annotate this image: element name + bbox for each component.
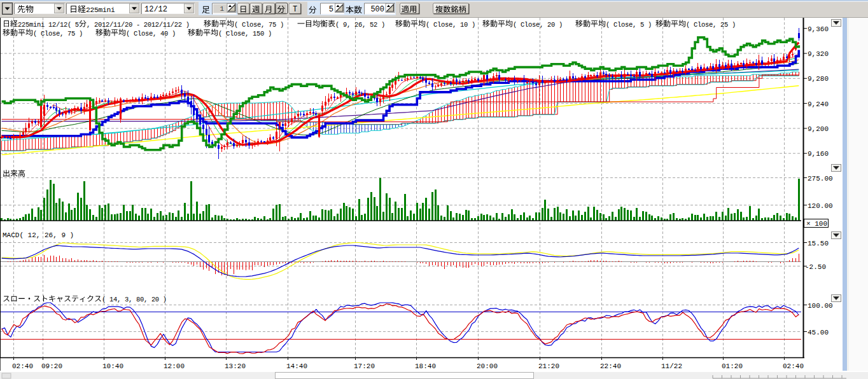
svg-text:( 14, 3, 80, 20 ): ( 14, 3, 80, 20 ) (102, 296, 167, 303)
svg-text:11/22: 11/22 (661, 362, 682, 370)
svg-text:1: 1 (220, 5, 224, 13)
svg-text:275.00: 275.00 (808, 175, 833, 183)
svg-text:45.00: 45.00 (808, 329, 829, 336)
svg-text:× 100: × 100 (806, 220, 827, 228)
svg-text:( Close, 150 ): ( Close, 150 ) (218, 30, 272, 38)
svg-text:17:20: 17:20 (354, 362, 375, 370)
svg-text:( Close, 75 ): ( Close, 75 ) (33, 30, 83, 38)
svg-text:9,280: 9,280 (808, 75, 829, 83)
svg-text:( Close, 25 ): ( Close, 25 ) (686, 21, 736, 29)
svg-text:22:40: 22:40 (600, 362, 621, 370)
svg-text:225mini: 225mini (86, 6, 115, 14)
svg-text:02:40: 02:40 (783, 362, 804, 370)
svg-text:T: T (293, 5, 297, 14)
svg-text:21:20: 21:20 (538, 362, 559, 370)
svg-text:( 9, 26, 52 ): ( 9, 26, 52 ) (335, 21, 385, 29)
svg-text:12:00: 12:00 (164, 362, 185, 370)
svg-text:09:20: 09:20 (41, 362, 62, 370)
svg-text:12/12: 12/12 (144, 5, 167, 14)
svg-text:01:20: 01:20 (722, 362, 743, 370)
svg-text:( Close, 75 ): ( Close, 75 ) (234, 21, 284, 29)
svg-text:500: 500 (370, 5, 384, 14)
svg-text:( Close, 20 ): ( Close, 20 ) (513, 21, 563, 29)
svg-text:9,160: 9,160 (808, 150, 829, 158)
svg-text:100.00: 100.00 (808, 302, 833, 310)
svg-text:9,320: 9,320 (808, 50, 829, 58)
svg-text:9,360: 9,360 (808, 25, 829, 33)
svg-text:10:40: 10:40 (102, 362, 123, 370)
svg-text:( Close, 10 ): ( Close, 10 ) (426, 21, 475, 29)
svg-text:120.00: 120.00 (808, 202, 833, 210)
svg-text:9,240: 9,240 (808, 100, 829, 108)
svg-text:225mini 12/12( 5: 225mini 12/12( 5 (18, 21, 79, 29)
svg-text:, 2012/11/20 - 2012/11/22 ): , 2012/11/20 - 2012/11/22 ) (87, 21, 190, 29)
svg-text:9,200: 9,200 (808, 125, 829, 133)
svg-text:( Close, 40 ): ( Close, 40 ) (126, 30, 176, 38)
svg-text:15.50: 15.50 (808, 240, 829, 247)
svg-text:02:40: 02:40 (12, 362, 33, 370)
svg-text:18:40: 18:40 (415, 362, 436, 370)
svg-text:( Close, 5 ): ( Close, 5 ) (606, 21, 652, 29)
svg-text:14:40: 14:40 (286, 362, 307, 370)
svg-text:13:20: 13:20 (225, 362, 246, 370)
svg-text:-2.50: -2.50 (805, 263, 826, 271)
svg-text:5: 5 (329, 5, 333, 14)
svg-text:MACD( 12, 26, 9 ): MACD( 12, 26, 9 ) (3, 231, 74, 239)
svg-text:20:00: 20:00 (477, 362, 498, 370)
